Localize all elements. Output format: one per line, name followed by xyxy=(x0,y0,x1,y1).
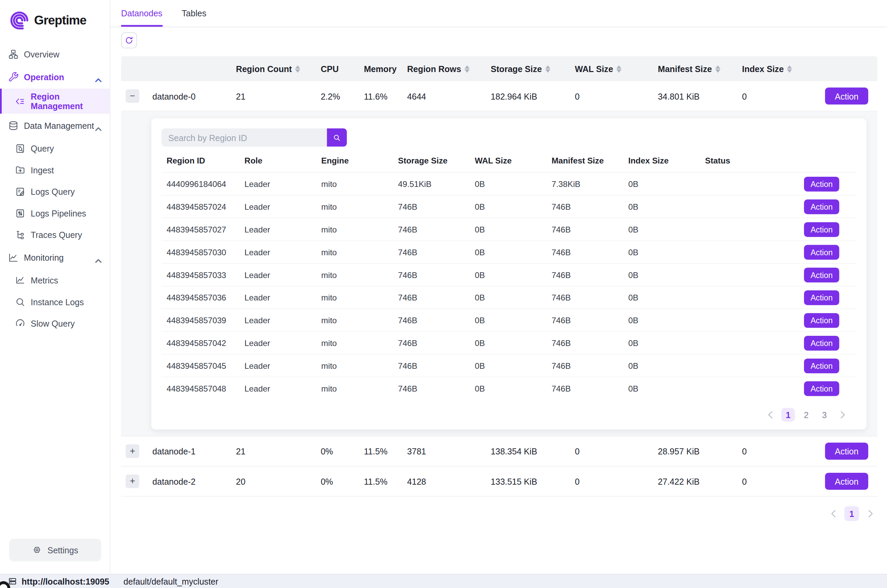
engine-value: mito xyxy=(316,316,393,325)
prev-page-icon[interactable] xyxy=(763,408,777,422)
slow-query-icon xyxy=(15,318,26,328)
expand-row-button[interactable]: + xyxy=(125,444,139,458)
next-page-icon[interactable] xyxy=(836,408,849,422)
region-action-button[interactable]: Action xyxy=(804,222,839,237)
sidebar-item-overview[interactable]: Overview xyxy=(0,43,110,65)
sidebar-item-instance-logs[interactable]: Instance Logs xyxy=(0,291,110,313)
overview-icon xyxy=(8,49,19,60)
page-3[interactable]: 3 xyxy=(818,408,831,422)
col-role: Role xyxy=(239,156,316,165)
col-index-size: Index Size xyxy=(740,64,824,74)
wal-size-value: 0B xyxy=(470,179,547,188)
page-1[interactable]: 1 xyxy=(845,506,859,521)
server-url[interactable]: http://localhost:19095 xyxy=(22,576,110,586)
index-size-value: 0B xyxy=(623,339,700,348)
wal-size-value: 0 xyxy=(573,477,656,486)
region-action-button[interactable]: Action xyxy=(804,290,839,304)
datanode-row-1: + datanode-1 21 0% 11.5% 3781 138.354 Ki… xyxy=(121,436,877,466)
collapse-row-button[interactable]: − xyxy=(125,89,139,103)
sidebar-section-data-management[interactable]: Data Management xyxy=(0,114,110,137)
settings-button[interactable]: Settings xyxy=(9,539,101,561)
datanode-row-0: − datanode-0 21 2.2% 11.6% 4644 182.964 … xyxy=(121,81,877,111)
region-action-button[interactable]: Action xyxy=(804,176,839,191)
prev-page-icon[interactable] xyxy=(826,507,840,520)
sidebar-item-traces-query[interactable]: Traces Query xyxy=(0,224,110,246)
region-action-button[interactable]: Action xyxy=(804,381,839,396)
region-search-input[interactable] xyxy=(162,129,327,147)
engine-value: mito xyxy=(316,225,393,234)
greptime-logo: Greptime xyxy=(0,0,110,33)
sidebar-item-label: Overview xyxy=(24,49,60,59)
sidebar-item-label: Data Management xyxy=(24,121,94,130)
sidebar-item-metrics[interactable]: Metrics xyxy=(0,269,110,291)
logs-query-icon xyxy=(15,186,26,197)
memory-value: 11.5% xyxy=(362,446,405,456)
sort-manifest-size[interactable] xyxy=(715,65,720,72)
database-icon xyxy=(8,120,19,131)
sidebar-item-query[interactable]: Query xyxy=(0,138,110,159)
chevron-up-icon xyxy=(95,123,102,128)
sort-wal-size[interactable] xyxy=(616,65,622,72)
role-value: Leader xyxy=(239,270,316,279)
storage-size-value: 746B xyxy=(393,248,470,256)
datanode-action-button[interactable]: Action xyxy=(825,87,868,104)
refresh-button[interactable] xyxy=(121,32,137,48)
region-action-button[interactable]: Action xyxy=(804,313,839,327)
region-id-value: 4483945857045 xyxy=(162,361,239,370)
wal-size-value: 0B xyxy=(470,293,547,302)
sidebar-item-slow-query[interactable]: Slow Query xyxy=(0,312,110,334)
page-1[interactable]: 1 xyxy=(781,408,795,422)
datanode-name: datanode-2 xyxy=(151,477,235,486)
sidebar-section-operation[interactable]: Operation xyxy=(0,65,110,89)
region-table-row: 4483945857027 Leader mito 746B 0B 746B 0… xyxy=(162,218,856,241)
region-panel: Region ID Role Engine Storage Size WAL S… xyxy=(121,111,877,436)
region-action-button[interactable]: Action xyxy=(804,199,839,214)
sort-region-rows[interactable] xyxy=(465,65,470,72)
expand-row-button[interactable]: + xyxy=(125,474,139,488)
index-size-value: 0 xyxy=(740,446,824,456)
memory-value: 11.6% xyxy=(362,91,405,100)
index-size-value: 0B xyxy=(623,225,700,234)
region-action-button[interactable]: Action xyxy=(804,336,839,350)
sort-region-count[interactable] xyxy=(295,65,300,72)
sidebar-section-monitoring[interactable]: Monitoring xyxy=(0,245,110,269)
index-size-value: 0B xyxy=(623,202,700,211)
sidebar-item-label: Monitoring xyxy=(24,252,64,262)
storage-size-value: 746B xyxy=(393,316,470,325)
index-size-value: 0B xyxy=(623,179,700,188)
datanode-action-button[interactable]: Action xyxy=(825,442,868,459)
region-action-button[interactable]: Action xyxy=(804,245,839,260)
region-id-value: 4440996184064 xyxy=(162,179,239,188)
region-rows-value: 4644 xyxy=(405,91,489,100)
sort-storage-size[interactable] xyxy=(545,65,550,72)
col-storage-size: Storage Size xyxy=(489,64,573,74)
tab-datanodes[interactable]: Datanodes xyxy=(121,0,162,27)
engine-value: mito xyxy=(316,339,393,348)
role-value: Leader xyxy=(239,339,316,348)
region-table-row: 4483945857048 Leader mito 746B 0B 746B 0… xyxy=(162,377,856,400)
datanode-action-button[interactable]: Action xyxy=(825,473,868,490)
page-2[interactable]: 2 xyxy=(800,408,813,422)
tab-tables[interactable]: Tables xyxy=(182,0,206,27)
sidebar-item-label: Operation xyxy=(24,72,64,81)
query-icon xyxy=(15,143,26,154)
sidebar-item-logs-query[interactable]: Logs Query xyxy=(0,181,110,202)
region-action-button[interactable]: Action xyxy=(804,358,839,373)
next-page-icon[interactable] xyxy=(863,507,877,520)
region-count-value: 21 xyxy=(235,446,319,456)
region-id-value: 4483945857027 xyxy=(162,225,239,234)
region-table-row: 4483945857033 Leader mito 746B 0B 746B 0… xyxy=(162,264,856,286)
col-manifest-size: Manifest Size xyxy=(547,156,624,165)
region-search-button[interactable] xyxy=(327,129,347,147)
index-size-value: 0 xyxy=(740,477,824,486)
sidebar-item-region-management[interactable]: Region Management xyxy=(0,89,110,114)
engine-value: mito xyxy=(316,293,393,302)
cluster-name[interactable]: default/default_mycluster xyxy=(123,576,218,586)
engine-value: mito xyxy=(316,361,393,370)
manifest-size-value: 7.38KiB xyxy=(547,179,624,188)
sidebar-item-ingest[interactable]: Ingest xyxy=(0,159,110,181)
sidebar-item-logs-pipelines[interactable]: Logs Pipelines xyxy=(0,202,110,224)
region-action-button[interactable]: Action xyxy=(804,267,839,282)
datanodes-pagination: 1 xyxy=(121,506,877,532)
sort-index-size[interactable] xyxy=(787,65,792,72)
